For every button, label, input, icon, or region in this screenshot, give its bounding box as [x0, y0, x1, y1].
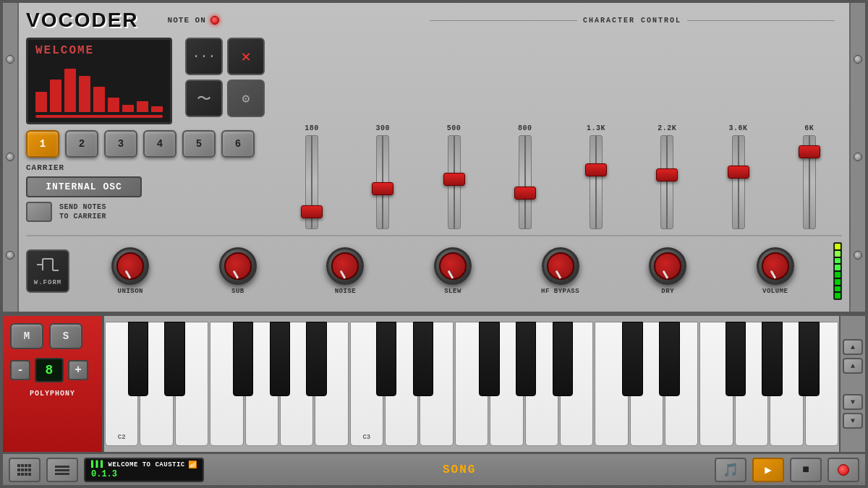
eq-bar-3	[64, 69, 76, 112]
key-ds3[interactable]	[413, 322, 433, 396]
key-cs4[interactable]	[622, 322, 642, 396]
key-ds4[interactable]	[659, 322, 679, 396]
song-button[interactable]: SONG	[438, 458, 480, 482]
slider-thumb-1k3[interactable]	[585, 163, 607, 176]
slider-thumb-180[interactable]	[301, 205, 323, 218]
gear-icon: ⚙	[242, 90, 250, 106]
key-as4[interactable]	[799, 322, 819, 396]
close-button[interactable]: ✕	[227, 38, 265, 75]
knob-volume-ctrl[interactable]	[757, 247, 794, 285]
slider-track-3k6[interactable]	[732, 135, 745, 229]
svg-rect-10	[21, 468, 24, 471]
slider-track-300[interactable]	[376, 135, 389, 229]
key-ds2[interactable]	[164, 322, 184, 396]
eq-bar-4	[79, 76, 90, 112]
slider-track-500[interactable]	[448, 135, 461, 229]
knob-noise: NOISE	[292, 247, 399, 295]
slider-thumb-3k6[interactable]	[728, 166, 749, 179]
knob-sub-ctrl[interactable]	[219, 247, 257, 285]
slider-thumb-300[interactable]	[372, 182, 393, 195]
version-number: 0.1.3	[91, 469, 197, 479]
scroll-up-up-button[interactable]: ▲	[843, 339, 863, 355]
scroll-up-button[interactable]: ▲	[843, 358, 863, 374]
preset-btn-1[interactable]: 1	[26, 130, 59, 158]
slider-thumb-800[interactable]	[514, 187, 536, 200]
knob-unison-ctrl[interactable]	[111, 247, 149, 285]
knob-unison: UNISON	[77, 247, 184, 295]
slider-label-1k3: 1.3K	[587, 124, 605, 132]
key-as3[interactable]	[553, 322, 573, 396]
stop-button[interactable]: ■	[790, 458, 822, 482]
wform-button[interactable]: W.FORM	[26, 249, 69, 293]
note-on-led[interactable]	[210, 16, 219, 25]
slider-track-180[interactable]	[305, 135, 318, 229]
key-gs4[interactable]	[762, 322, 782, 396]
svg-rect-19	[55, 473, 69, 475]
knob-slew-ctrl[interactable]	[434, 247, 472, 285]
slider-thumb-6k[interactable]	[799, 145, 820, 158]
key-cs3[interactable]	[376, 322, 396, 396]
slider-track-1k3[interactable]	[590, 135, 603, 229]
preset-btn-4[interactable]: 4	[143, 130, 176, 158]
scroll-down-down-icon: ▼	[851, 417, 855, 425]
key-fs3[interactable]	[479, 322, 499, 396]
eq-baseline	[35, 115, 163, 118]
slider-thumb-2k2[interactable]	[656, 168, 678, 181]
solo-button[interactable]: S	[49, 323, 82, 349]
wform-label: W.FORM	[34, 279, 61, 286]
slider-track-2k2[interactable]	[660, 135, 673, 229]
knob-sub: SUB	[184, 247, 292, 295]
key-gs3[interactable]	[516, 322, 536, 396]
preset-btn-6[interactable]: 6	[221, 130, 255, 158]
scroll-down-down-button[interactable]: ▼	[843, 413, 863, 429]
key-as2[interactable]	[306, 322, 326, 396]
piano-keyboard: C2 C3	[104, 316, 839, 452]
scroll-down-button[interactable]: ▼	[843, 394, 863, 410]
bolt-mr	[854, 153, 862, 161]
knob-dry: DRY	[614, 247, 722, 295]
fx-button-grid: ··· ✕ 〜 ⚙	[185, 38, 265, 124]
key-fs2[interactable]	[233, 322, 253, 396]
svg-rect-13	[17, 473, 20, 476]
synth-panel: VOCODER NOTE ON CHARACTER CONTROL	[3, 3, 865, 314]
bottom-toolbar: ▌▌▌ WELCOME TO CAUSTIC 📶 0.1.3 SONG 🎵 ▶ …	[3, 452, 865, 485]
close-icon: ✕	[241, 47, 250, 67]
slider-thumb-500[interactable]	[443, 173, 465, 186]
wave-icon: 〜	[197, 89, 211, 108]
polyphony-display: 8	[35, 358, 64, 382]
dots-button[interactable]: ···	[185, 38, 223, 75]
record-button[interactable]	[827, 458, 859, 482]
send-notes-button[interactable]	[26, 202, 52, 222]
polyphony-minus-button[interactable]: -	[10, 360, 30, 380]
slider-track-6k[interactable]	[803, 135, 816, 229]
knob-hfbypass-ctrl[interactable]	[542, 247, 579, 285]
solo-label: S	[63, 330, 69, 342]
preset-btn-5[interactable]: 5	[182, 130, 216, 158]
key-gs2[interactable]	[270, 322, 290, 396]
char-line-right	[687, 20, 835, 21]
note-on-area: NOTE ON	[168, 16, 219, 25]
knob-dry-ctrl[interactable]	[649, 247, 686, 285]
eq-bar-9	[151, 106, 163, 112]
polyphony-plus-button[interactable]: +	[68, 360, 88, 380]
mute-button[interactable]: M	[10, 323, 43, 349]
waveform-button[interactable]: 〜	[185, 80, 223, 117]
preset-btn-2[interactable]: 2	[65, 130, 98, 158]
key-fs4[interactable]	[726, 322, 746, 396]
slider-label-6k: 6K	[804, 124, 814, 132]
c2-label: C2	[118, 434, 126, 441]
preset-btn-3[interactable]: 3	[104, 130, 137, 158]
bottom-controls: W.FORM UNISON SUB NOISE SLEW	[26, 235, 842, 306]
stop-icon: ■	[802, 463, 809, 476]
vol-seg-5	[835, 265, 841, 270]
grid-button[interactable]	[9, 458, 41, 482]
settings-button[interactable]: ⚙	[227, 80, 265, 117]
metronome-button[interactable]: 🎵	[715, 458, 746, 482]
play-button[interactable]: ▶	[752, 458, 784, 482]
slider-track-800[interactable]	[519, 135, 532, 229]
knob-volume-label: VOLUME	[762, 288, 788, 295]
eq-bar-1	[35, 92, 47, 112]
key-cs2[interactable]	[128, 322, 148, 396]
knob-noise-ctrl[interactable]	[326, 247, 364, 285]
menu-button[interactable]	[46, 458, 78, 482]
